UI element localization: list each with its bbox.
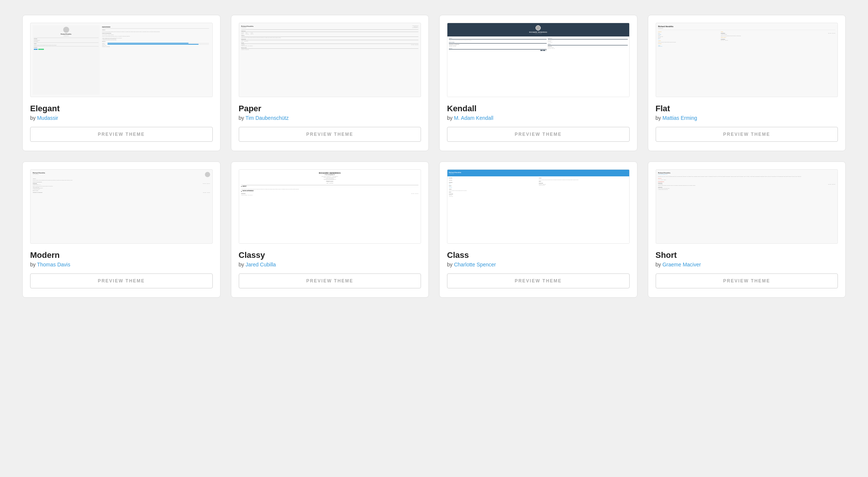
theme-preview-classy: RICHARD HENDRIKS PROGRAMMER San Francisc… (239, 169, 421, 244)
theme-author-link[interactable]: Mudassir (37, 115, 58, 121)
theme-info-short: Short by Graeme Maciver (656, 250, 838, 268)
theme-author-link[interactable]: M. Adam Kendall (454, 115, 494, 121)
theme-card-elegant: Richard Hendriks Programmer Contact rich… (22, 15, 221, 151)
themes-grid: Richard Hendriks Programmer Contact rich… (22, 15, 846, 298)
theme-author-link[interactable]: Thomas Davis (37, 262, 70, 268)
theme-title: Flat (656, 104, 838, 113)
theme-card-flat: Richard Hendriks Programmer Contact Emai… (648, 15, 846, 151)
theme-title: Modern (30, 250, 213, 260)
theme-author-link[interactable]: Charlotte Spencer (454, 262, 496, 268)
theme-author-link[interactable]: Graeme Maciver (662, 262, 701, 268)
theme-preview-modern: Richard Hendriks San Francisco About Ric… (30, 169, 213, 244)
theme-author: by Mudassir (30, 115, 213, 121)
theme-preview-kendall: RICHARD HENDRIKS PROGRAMMER ABOUT Richar… (447, 23, 630, 97)
theme-preview-flat: Richard Hendriks Programmer Contact Emai… (656, 23, 838, 97)
preview-theme-button-flat[interactable]: PREVIEW THEME (656, 127, 838, 142)
theme-info-modern: Modern by Thomas Davis (30, 250, 213, 268)
theme-title: Short (656, 250, 838, 260)
theme-info-kendall: Kendall by M. Adam Kendall (447, 104, 630, 121)
theme-info-classy: Classy by Jared Cubilla (239, 250, 421, 268)
preview-theme-button-elegant[interactable]: PREVIEW THEME (30, 127, 213, 142)
preview-theme-button-short[interactable]: PREVIEW THEME (656, 273, 838, 288)
theme-info-class: Class by Charlotte Spencer (447, 250, 630, 268)
theme-author-link[interactable]: Jared Cubilla (245, 262, 276, 268)
theme-author-link[interactable]: Mattias Erming (662, 115, 697, 121)
theme-card-class: Richard Hendriks Programmer Contact rich… (439, 161, 637, 298)
theme-info-paper: Paper by Tim Daubenschütz (239, 104, 421, 121)
theme-title: Kendall (447, 104, 630, 113)
theme-preview-class: Richard Hendriks Programmer Contact rich… (447, 169, 630, 244)
theme-card-modern: Richard Hendriks San Francisco About Ric… (22, 161, 221, 298)
theme-author: by Thomas Davis (30, 262, 213, 268)
theme-preview-short: Richard Hendriks richard.hendriks@gmail.… (656, 169, 838, 244)
theme-author: by Tim Daubenschütz (239, 115, 421, 121)
theme-author: by Jared Cubilla (239, 262, 421, 268)
theme-preview-paper: Richard Hendriks Programmer richard@hend… (239, 23, 421, 97)
theme-card-classy: RICHARD HENDRIKS PROGRAMMER San Francisc… (231, 161, 429, 298)
preview-theme-button-modern[interactable]: PREVIEW THEME (30, 273, 213, 288)
theme-card-kendall: RICHARD HENDRIKS PROGRAMMER ABOUT Richar… (439, 15, 637, 151)
theme-card-paper: Richard Hendriks Programmer richard@hend… (231, 15, 429, 151)
preview-theme-button-kendall[interactable]: PREVIEW THEME (447, 127, 630, 142)
theme-preview-elegant: Richard Hendriks Programmer Contact rich… (30, 23, 213, 97)
theme-info-flat: Flat by Mattias Erming (656, 104, 838, 121)
preview-theme-button-classy[interactable]: PREVIEW THEME (239, 273, 421, 288)
theme-title: Class (447, 250, 630, 260)
theme-author: by Charlotte Spencer (447, 262, 630, 268)
theme-author: by M. Adam Kendall (447, 115, 630, 121)
theme-title: Paper (239, 104, 421, 113)
theme-info-elegant: Elegant by Mudassir (30, 104, 213, 121)
theme-author: by Mattias Erming (656, 115, 838, 121)
theme-title: Elegant (30, 104, 213, 113)
preview-theme-button-class[interactable]: PREVIEW THEME (447, 273, 630, 288)
preview-theme-button-paper[interactable]: PREVIEW THEME (239, 127, 421, 142)
theme-author-link[interactable]: Tim Daubenschütz (245, 115, 289, 121)
theme-author: by Graeme Maciver (656, 262, 838, 268)
theme-card-short: Richard Hendriks richard.hendriks@gmail.… (648, 161, 846, 298)
theme-title: Classy (239, 250, 421, 260)
